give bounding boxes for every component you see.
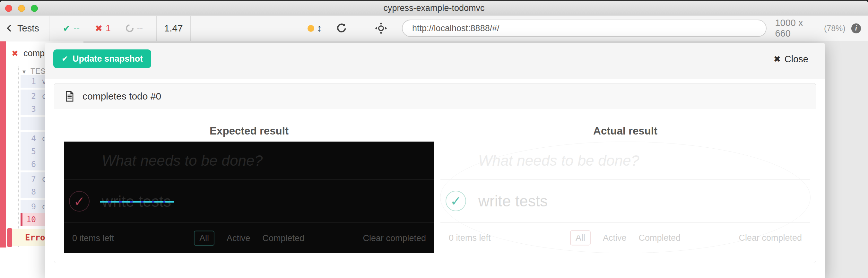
filter-group: All Active Completed (570, 230, 681, 246)
error-accent-tab (7, 228, 12, 247)
todo-label: write tests (102, 193, 171, 210)
url-text: http://localhost:8888/#/ (412, 24, 499, 33)
url-address-bar[interactable]: http://localhost:8888/#/ (402, 20, 767, 37)
todo-toggle-checkbox: ✓ (445, 191, 466, 211)
snapshot-dialog-header: ✔ Update snapshot ✖ Close (45, 43, 825, 79)
actual-screenshot: What needs to be done? ✓ write tests 0 i… (440, 142, 810, 253)
line-number: 4 (21, 134, 36, 143)
filter-active: Active (603, 233, 627, 243)
toolbar-spacer (190, 16, 299, 41)
failed-test-strip (0, 41, 6, 247)
expected-screenshot: What needs to be done? ✓ write tests 0 i… (64, 142, 434, 253)
window-title: cypress-example-todomvc (0, 1, 868, 16)
clear-completed-button: Clear completed (363, 234, 426, 243)
check-icon: ✔ (63, 23, 70, 34)
test-duration: 1.47 (156, 16, 190, 41)
todo-item: ✓ write tests (64, 180, 434, 222)
app-window: cypress-example-todomvc Tests ✔ -- ✖ 1 -… (0, 0, 868, 278)
todo-item: ✓ write tests (440, 180, 810, 222)
test-body-section[interactable]: ▾ TES (23, 67, 46, 76)
cypress-toolbar: Tests ✔ -- ✖ 1 -- 1.47 ↕ (0, 16, 868, 41)
refresh-icon (336, 22, 348, 34)
todo-label: write tests (478, 192, 548, 210)
back-to-tests-button[interactable]: Tests (0, 16, 49, 41)
stat-failed: ✖ 1 (95, 23, 111, 34)
refresh-button[interactable] (336, 22, 348, 34)
chevron-left-icon (7, 25, 14, 32)
line-number: 6 (21, 159, 36, 169)
pending-circle-icon (125, 23, 135, 34)
close-label: Close (784, 54, 808, 64)
titlebar: cypress-example-todomvc (0, 0, 868, 16)
filter-group: All Active Completed (194, 231, 304, 246)
failed-x-icon: ✖ (11, 49, 18, 58)
collapse-guide-line (18, 66, 19, 247)
url-section: http://localhost:8888/#/ 1000 x 660 (78%… (364, 16, 868, 41)
filter-all: All (194, 231, 214, 246)
filter-active: Active (227, 234, 250, 243)
filter-all: All (570, 230, 591, 246)
comparison-card-header: completes todo #0 (54, 84, 816, 109)
filter-completed: Completed (639, 233, 681, 243)
new-todo-input: What needs to be done? (440, 142, 810, 179)
actual-result-heading: Actual result (440, 125, 810, 137)
line-number: 5 (21, 147, 36, 156)
line-number: 1 (21, 77, 36, 86)
todo-footer: 0 items left All Active Completed Clear … (64, 223, 434, 253)
new-todo-input: What needs to be done? (64, 142, 434, 180)
stat-pending: -- (126, 23, 143, 33)
runner-content: ✖ compl ▾ TES 1v 2c 3 ( 4c 5 6 7c 8 9c 1… (0, 41, 868, 278)
test-body-label: TES (31, 67, 46, 76)
passed-count: -- (73, 23, 80, 33)
clear-completed-button: Clear completed (739, 233, 802, 243)
comparison-card: completes todo #0 Expected result Actual… (54, 83, 816, 263)
height-arrows-icon: ↕ (317, 23, 322, 34)
viewport-controls: ↕ (299, 16, 364, 41)
line-number: 9 (21, 202, 36, 211)
todo-check-icon: ✓ (73, 193, 85, 209)
items-left-count: 0 items left (449, 233, 491, 243)
new-todo-placeholder: What needs to be done? (102, 152, 262, 169)
failed-test-header[interactable]: ✖ compl (11, 49, 46, 58)
expected-result-heading: Expected result (64, 125, 434, 137)
failed-test-title: compl (24, 49, 46, 58)
snapshot-dialog: ✔ Update snapshot ✖ Close (45, 43, 825, 278)
crosshair-icon (374, 22, 388, 35)
update-snapshot-label: Update snapshot (72, 54, 143, 64)
check-icon: ✔ (62, 54, 68, 63)
failed-count: 1 (105, 23, 111, 33)
selector-playground-button[interactable] (374, 22, 388, 35)
close-icon: ✖ (774, 54, 781, 64)
info-icon[interactable]: i (851, 24, 861, 33)
back-to-tests-label: Tests (17, 23, 39, 34)
line-number: 3 (21, 104, 36, 114)
todo-toggle-checkbox: ✓ (69, 191, 90, 212)
items-left-count: 0 items left (72, 234, 114, 243)
caret-down-icon: ▾ (23, 68, 26, 75)
viewport-indicator-dot-icon (308, 25, 314, 32)
comparison-body: Expected result Actual result What needs… (54, 109, 816, 263)
line-number: 8 (21, 187, 36, 196)
viewport-scale: (78%) (824, 24, 845, 33)
pending-count: -- (137, 23, 143, 33)
stat-passed: ✔ -- (63, 23, 80, 34)
line-number: 2 (21, 92, 36, 101)
viewport-size-button[interactable]: 1000 x 660 (775, 18, 820, 39)
line-number: 7 (21, 174, 36, 184)
test-stats: ✔ -- ✖ 1 -- (49, 16, 156, 41)
update-snapshot-button[interactable]: ✔ Update snapshot (53, 50, 151, 68)
new-todo-placeholder: What needs to be done? (478, 152, 639, 169)
filter-completed: Completed (262, 234, 304, 243)
line-number: 10 (23, 215, 36, 224)
todo-check-icon: ✓ (450, 193, 461, 209)
todo-footer: 0 items left All Active Completed Clear … (440, 223, 810, 253)
x-icon: ✖ (95, 23, 102, 34)
document-icon (63, 90, 75, 102)
test-title: completes todo #0 (83, 91, 161, 102)
close-dialog-button[interactable]: ✖ Close (774, 51, 808, 67)
